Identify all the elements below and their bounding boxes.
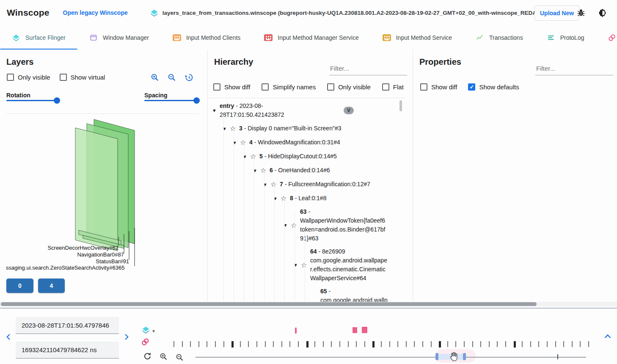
trace-dropdown-icon[interactable]: ▼	[151, 329, 156, 334]
tab-surface-flinger[interactable]: Surface Flinger	[0, 25, 77, 50]
previous-entry-icon[interactable]	[4, 332, 13, 342]
active-trace-layers-icon[interactable]	[141, 325, 150, 336]
hierarchy-title: Hierarchy	[214, 57, 253, 67]
next-entry-icon[interactable]	[122, 332, 131, 342]
spacing-slider[interactable]	[144, 100, 197, 101]
rings-icon	[608, 33, 616, 42]
flat-checkbox[interactable]: Flat	[382, 83, 404, 91]
tree-node[interactable]: ▼☆ 3 - Display 0 name="Built-in Screen"#…	[222, 121, 405, 135]
timeline-ruler[interactable]	[174, 341, 592, 347]
hierarchy-scrollbar[interactable]	[399, 100, 402, 111]
star-icon[interactable]: ☆	[281, 194, 290, 202]
horizontal-scrollbar[interactable]	[0, 302, 617, 306]
checkbox-box[interactable]	[7, 74, 14, 81]
window-icon	[89, 33, 98, 42]
properties-filter-input[interactable]	[535, 61, 613, 75]
tree-node[interactable]: ▼☆ 7 - FullscreenMagnification:0:12#7	[263, 177, 405, 191]
hierarchy-panel: Hierarchy Show diff Simplify names Only …	[207, 50, 413, 302]
only-visible-checkbox[interactable]: Only visible	[7, 74, 50, 81]
tab-label: Input Method Clients	[186, 34, 240, 41]
layer-label[interactable]: StatusBar#91	[96, 258, 129, 265]
simplify-names-checkbox[interactable]: Simplify names	[262, 83, 316, 91]
checkbox-box[interactable]: ✓	[468, 83, 475, 91]
properties-panel: Properties Show diff ✓Show defaults	[413, 50, 617, 302]
tab-input-method-manager-service[interactable]: Input Method Manager Service	[252, 25, 370, 50]
tree-node[interactable]: ▼☆ 64 - 8e26909 com.google.android.wallp…	[293, 245, 405, 285]
tree-node[interactable]: ▼☆ 6 - OneHanded:0:14#6	[253, 163, 405, 177]
checkbox-box[interactable]	[60, 74, 67, 81]
checkbox-label: Only visible	[338, 83, 371, 91]
layers-icon	[12, 33, 20, 42]
show-diff-checkbox[interactable]: Show diff	[213, 83, 250, 91]
layers-title: Layers	[6, 57, 34, 67]
tree-node-entry[interactable]: ▼ entry - 2023-08-28T17:01:50.421423872 …	[212, 99, 405, 121]
timestamp-ns-input[interactable]	[16, 342, 119, 358]
report-bug-icon[interactable]	[576, 8, 587, 18]
transitions-trace-icon[interactable]	[141, 337, 150, 348]
transition-marker[interactable]	[362, 327, 367, 333]
layers-panel: Layers Only visible Show virtual Rotatio…	[0, 50, 207, 302]
collapse-timeline-icon[interactable]	[603, 331, 612, 341]
checkbox-label: Simplify names	[273, 83, 316, 91]
show-diff-checkbox[interactable]: Show diff	[420, 83, 457, 91]
tab-window-manager[interactable]: Window Manager	[77, 25, 161, 50]
checkbox-box[interactable]	[262, 83, 269, 91]
reset-view-icon[interactable]	[184, 73, 193, 84]
zoom-in-icon[interactable]	[150, 73, 160, 84]
refresh-icon[interactable]	[143, 351, 152, 362]
show-virtual-checkbox[interactable]: Show virtual	[60, 74, 105, 81]
star-icon[interactable]: ☆	[270, 180, 280, 188]
top-bar: Winscope Open legacy Winscope layers_tra…	[0, 0, 617, 25]
collapse-arrow-icon[interactable]: ▼	[212, 108, 220, 113]
tab-transitions[interactable]: Tr	[596, 25, 617, 50]
star-icon[interactable]: ☆	[240, 138, 249, 146]
properties-title: Properties	[419, 57, 461, 67]
tree-node[interactable]: ▼☆ 5 - HideDisplayCutout:0:14#5	[242, 149, 405, 163]
rotation-slider-thumb[interactable]	[54, 97, 60, 104]
star-icon[interactable]: ☆	[250, 152, 259, 160]
timeline-selected-range[interactable]	[438, 354, 463, 360]
zoom-out-icon[interactable]	[167, 73, 176, 84]
hierarchy-filter-input[interactable]	[329, 61, 407, 75]
tab-protolog[interactable]: ProtoLog	[535, 25, 596, 50]
checkbox-box[interactable]	[327, 83, 334, 91]
only-visible-checkbox[interactable]: Only visible	[327, 83, 371, 91]
open-legacy-link[interactable]: Open legacy Winscope	[63, 9, 128, 16]
range-handle-left[interactable]	[435, 353, 438, 360]
tab-input-method-service[interactable]: Input Method Service	[371, 25, 464, 50]
scrollbar-thumb[interactable]	[1, 302, 537, 306]
layer-label[interactable]: NavigationBar0#87	[77, 251, 124, 258]
tree-node[interactable]: ▼☆ 4 - WindowedMagnification:0:31#4	[232, 135, 405, 149]
checkbox-box[interactable]	[420, 83, 427, 91]
timeline-range-track[interactable]	[196, 357, 586, 358]
layer-label[interactable]: ScreenDecorHwcOverlay#62	[47, 245, 118, 251]
tab-label: ProtoLog	[560, 34, 584, 41]
tree-node[interactable]: ▼☆ 63 - WallpaperWindowToken{fa0eef6 tok…	[283, 205, 405, 245]
zoom-in-icon[interactable]	[159, 352, 168, 363]
layer-label[interactable]: ssaging.ui.search.ZeroStateSearchActivit…	[6, 265, 124, 271]
show-defaults-checkbox[interactable]: ✓Show defaults	[468, 83, 519, 91]
checkbox-box[interactable]	[213, 83, 220, 91]
zoom-out-icon[interactable]	[175, 353, 184, 364]
tree-node[interactable]: ▼☆ 8 - Leaf:0:1#8	[273, 191, 405, 205]
star-icon[interactable]: ☆	[230, 124, 239, 132]
display-button-4[interactable]: 4	[38, 279, 65, 293]
display-button-0[interactable]: 0	[6, 279, 33, 293]
range-handle-right[interactable]	[463, 353, 466, 360]
star-icon[interactable]: ☆	[291, 221, 300, 229]
transition-marker[interactable]	[353, 327, 357, 333]
timestamp-human-input[interactable]	[16, 317, 119, 334]
keyboard-icon	[264, 34, 273, 41]
rotation-slider[interactable]	[6, 100, 59, 101]
transition-marker[interactable]	[295, 328, 297, 334]
dark-mode-icon[interactable]	[598, 8, 608, 18]
star-icon[interactable]: ☆	[260, 166, 270, 174]
tab-input-method-clients[interactable]: Input Method Clients	[161, 25, 252, 50]
star-icon[interactable]: ☆	[301, 261, 310, 269]
checkbox-box[interactable]	[382, 83, 389, 91]
spacing-slider-thumb[interactable]	[193, 97, 200, 104]
tree-node[interactable]: ▼☆ 65 - com.google.android.wallpaper.eff…	[303, 285, 405, 302]
upload-new-button[interactable]: Upload New	[534, 6, 579, 21]
tab-transactions[interactable]: Transactions	[464, 25, 535, 50]
trace-file-name: layers_trace_from_transactions.winscope …	[163, 10, 547, 16]
